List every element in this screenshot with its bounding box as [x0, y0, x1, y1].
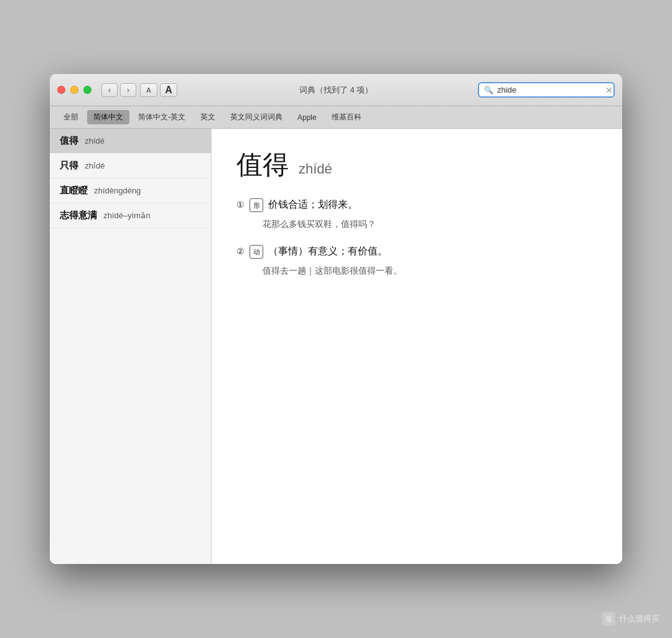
def-pos-1: 形 [250, 198, 263, 212]
filter-tab-sc-en[interactable]: 简体中文-英文 [132, 110, 192, 124]
sidebar-item-zhide2[interactable]: 只得 zhǐdé [50, 154, 211, 178]
word-main-hanzi: 值得 [236, 147, 289, 182]
forward-button[interactable]: › [120, 83, 136, 97]
def-text-1: 价钱合适；划得来。 [268, 197, 358, 212]
filter-tab-apple[interactable]: Apple [291, 111, 323, 124]
search-clear-button[interactable]: ✕ [605, 86, 613, 95]
sidebar-item-zhideyiman[interactable]: 志得意满 zhìdé–yìmǎn [50, 203, 211, 228]
nav-buttons: ‹ › [101, 83, 136, 97]
watermark-icon: 值 [602, 612, 615, 626]
font-increase-button[interactable]: A [160, 83, 177, 97]
filter-tab-thesaurus[interactable]: 英文同义词词典 [224, 110, 289, 124]
def-line-2: ② 动 （事情）有意义；有价值。 [236, 244, 597, 259]
def-text-2: （事情）有意义；有价值。 [268, 244, 388, 259]
sidebar-word-2: 直瞪瞪 zhídèngdèng [60, 185, 141, 195]
sidebar-word-1: 只得 zhǐdé [60, 160, 105, 170]
watermark-text: 什么值得买 [619, 613, 660, 624]
maximize-button[interactable] [83, 86, 91, 94]
content-area: 值得 zhídé 只得 zhǐdé 直瞪瞪 zhídèngdèng 志得意满 [50, 129, 622, 564]
definition-block-1: ① 形 价钱合适；划得来。 花那么多钱买双鞋，值得吗？ [236, 197, 597, 231]
search-bar: 🔍 ✕ [478, 82, 615, 98]
minimize-button[interactable] [70, 86, 78, 94]
word-header: 值得 zhídé [236, 147, 597, 182]
app-window: ‹ › A A 词典（找到了 4 项） 🔍 ✕ 全部 简体中文 简体中文-英文 … [50, 74, 622, 564]
def-example-2: 值得去一趟｜这部电影很值得一看。 [263, 264, 597, 277]
close-button[interactable] [57, 86, 65, 94]
traffic-lights [57, 86, 91, 94]
sidebar-word-0: 值得 zhídé [60, 135, 105, 146]
def-pos-2: 动 [250, 245, 263, 259]
search-input[interactable] [497, 85, 602, 95]
word-main-pinyin: zhídé [299, 161, 332, 177]
font-buttons: A A [140, 83, 177, 97]
sidebar-item-zhide[interactable]: 值得 zhídé [50, 129, 211, 154]
filter-bar: 全部 简体中文 简体中文-英文 英文 英文同义词词典 Apple 维基百科 [50, 106, 622, 129]
search-icon: 🔍 [484, 86, 493, 95]
def-line-1: ① 形 价钱合适；划得来。 [236, 197, 597, 212]
dict-content: 值得 zhídé ① 形 价钱合适；划得来。 花那么多钱买双鞋，值得吗？ ② 动… [212, 129, 622, 564]
filter-tab-simplified[interactable]: 简体中文 [87, 110, 129, 124]
filter-tab-wiki[interactable]: 维基百科 [325, 110, 368, 124]
search-wrapper: 🔍 ✕ [478, 82, 615, 98]
definition-block-2: ② 动 （事情）有意义；有价值。 值得去一趟｜这部电影很值得一看。 [236, 244, 597, 278]
sidebar-item-zhidengdeng[interactable]: 直瞪瞪 zhídèngdèng [50, 178, 211, 203]
filter-tab-english[interactable]: 英文 [194, 110, 222, 124]
back-button[interactable]: ‹ [101, 83, 118, 97]
font-decrease-button[interactable]: A [140, 83, 157, 97]
def-example-1: 花那么多钱买双鞋，值得吗？ [263, 217, 597, 231]
def-number-2: ② [236, 245, 245, 258]
sidebar: 值得 zhídé 只得 zhǐdé 直瞪瞪 zhídèngdèng 志得意满 [50, 129, 212, 564]
titlebar: ‹ › A A 词典（找到了 4 项） 🔍 ✕ [50, 74, 622, 106]
watermark: 值 什么值得买 [602, 612, 660, 626]
window-title: 词典（找到了 4 项） [299, 85, 373, 96]
def-number-1: ① [236, 198, 245, 211]
filter-tab-all[interactable]: 全部 [57, 110, 85, 124]
sidebar-word-3: 志得意满 zhìdé–yìmǎn [60, 210, 150, 220]
